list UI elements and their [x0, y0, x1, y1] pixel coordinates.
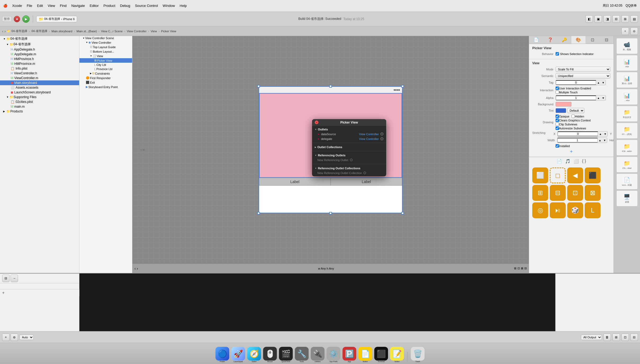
- breadcrumb-item-1[interactable]: 04-省市选择: [11, 29, 27, 33]
- delegate-connector[interactable]: [380, 137, 384, 140]
- dock-xcode-tools[interactable]: 🔧 Tools: [295, 347, 309, 362]
- mode-select[interactable]: Scale To Fill: [556, 67, 610, 72]
- layout-icon-4[interactable]: ⊟: [524, 267, 527, 270]
- obj-icon-grid[interactable]: ⊞: [532, 185, 548, 201]
- menu-editor[interactable]: Editor: [90, 4, 99, 8]
- scene-item-province-lbl[interactable]: L Province Lbl: [79, 67, 132, 71]
- nav-hmprovince-m[interactable]: M HMProvince.m: [0, 61, 79, 66]
- popup-referencing-outlets-header[interactable]: ▼ Referencing Outlets: [312, 153, 386, 158]
- add-btn[interactable]: +: [2, 334, 10, 341]
- obj-icon-play[interactable]: ⏯: [550, 202, 566, 218]
- scene-item-city-lbl[interactable]: L City Lbl: [79, 63, 132, 67]
- scene-item-constraints[interactable]: ▶ ⊟ Constraints: [79, 71, 132, 76]
- obj-icon-label[interactable]: L: [585, 202, 601, 218]
- alpha-down[interactable]: ▼: [601, 96, 606, 100]
- dock-launchpad[interactable]: 🚀 Launchpad: [231, 347, 245, 362]
- far-right-item-9[interactable]: 📄 ios1...试题: [616, 174, 638, 189]
- tint-select[interactable]: Default: [567, 108, 584, 113]
- new-ref-collection-dot[interactable]: [363, 172, 366, 174]
- nav-products[interactable]: ▶ 📁 Products: [0, 109, 79, 114]
- layout-icon-3[interactable]: ⊠: [521, 267, 523, 270]
- new-ref-outlet-dot[interactable]: [350, 159, 353, 161]
- nav-hmprovince-h[interactable]: H HMProvince.h: [0, 57, 79, 61]
- semantic-select[interactable]: Unspecified: [556, 73, 610, 79]
- far-right-item-8[interactable]: 📁 ZJL...etail: [616, 157, 638, 172]
- breadcrumb-item-2[interactable]: 04-省市选择: [31, 29, 47, 33]
- tab-identity[interactable]: 🔑: [557, 36, 571, 44]
- x-down[interactable]: ▼: [603, 132, 607, 136]
- far-right-item-3[interactable]: 📊 第13...业准: [616, 72, 638, 88]
- dock-app1[interactable]: 🅿️ App: [342, 347, 356, 362]
- menu-help[interactable]: Help: [180, 4, 187, 8]
- run-button[interactable]: ▶: [22, 15, 30, 23]
- popup-outlet-collections-header[interactable]: ▶ Outlet Collections: [312, 145, 386, 149]
- breadcrumb-item-5[interactable]: View C...r Scene: [101, 30, 123, 33]
- output-select[interactable]: All Output: [581, 335, 602, 340]
- add-constraint-btn[interactable]: +: [532, 149, 610, 154]
- dock-utilities[interactable]: 🔌 Utilities: [311, 347, 324, 362]
- menu-edit[interactable]: Edit: [37, 4, 43, 8]
- inspector-toggle[interactable]: ◨: [603, 15, 611, 23]
- nav-forward[interactable]: ›: [4, 29, 6, 33]
- installed-checkbox[interactable]: [556, 144, 559, 148]
- nav-appdelegate-m[interactable]: M AppDelegate.m: [0, 52, 79, 57]
- clip-subviews-checkbox[interactable]: [556, 122, 559, 126]
- obj-icon-3d[interactable]: 🎲: [567, 202, 583, 218]
- shows-selection-checkbox[interactable]: [556, 52, 559, 56]
- obj-lib-tab-objects[interactable]: ⬜: [573, 158, 580, 164]
- layout-toggle-2[interactable]: ⊞: [621, 15, 629, 23]
- width-down[interactable]: ▼: [602, 139, 607, 142]
- canvas-next-btn[interactable]: ›: [137, 266, 138, 271]
- console-btn-4[interactable]: ⊟: [630, 334, 638, 341]
- tab-size[interactable]: ⊡: [585, 36, 600, 44]
- scene-item-view[interactable]: ▼ ⬜ View: [79, 54, 132, 58]
- menu-product[interactable]: Product: [103, 4, 115, 8]
- stop-button[interactable]: ■: [14, 16, 20, 22]
- tab-connections[interactable]: ⊟: [600, 36, 614, 44]
- filter-btn[interactable]: ⊜: [11, 334, 18, 341]
- layout-toggle-3[interactable]: ▤: [630, 15, 638, 23]
- alpha-up[interactable]: ▲: [596, 96, 601, 100]
- breadcrumb-item-4[interactable]: Main.st...(Base): [76, 30, 97, 33]
- scene-item-viewcontroller[interactable]: ▼ ◉ View Controller: [79, 40, 132, 45]
- width-up[interactable]: ▲: [598, 139, 602, 142]
- menu-source-control[interactable]: Source Control: [135, 4, 158, 8]
- file-nav-root[interactable]: ▼ 📁 04-省市选择: [0, 36, 79, 42]
- scene-item-storyboard-entry[interactable]: ▶ Storyboard Entry Point: [79, 85, 132, 89]
- clears-graphics-checkbox[interactable]: [556, 119, 559, 122]
- far-right-item-4[interactable]: 📊 ...xlsx: [616, 89, 638, 105]
- scene-item-first-responder[interactable]: 🟠 First Responder: [79, 76, 132, 80]
- canvas-prev-btn[interactable]: ‹: [134, 266, 136, 271]
- dock-sys-prefs[interactable]: ⚙️ Sys Prefs: [327, 347, 340, 362]
- breadcrumb-item-6[interactable]: View Controller: [127, 30, 146, 33]
- autoresize-checkbox[interactable]: [556, 126, 559, 130]
- scene-item-exit[interactable]: ⬛ Exit: [79, 80, 132, 85]
- menu-debug[interactable]: Debug: [120, 4, 130, 8]
- popup-outlets-header[interactable]: ▼ Outlets: [312, 127, 386, 132]
- opaque-checkbox[interactable]: [556, 115, 559, 118]
- console-btn-3[interactable]: ⊡: [621, 334, 629, 341]
- obj-icon-list[interactable]: ⊟: [550, 185, 566, 201]
- nav-main-storyboard[interactable]: ◼ Main.storyboard: [0, 80, 79, 85]
- menu-window[interactable]: Window: [163, 4, 175, 8]
- obj-icon-view[interactable]: ⬜: [532, 167, 548, 183]
- nav-add-btn[interactable]: +: [621, 28, 629, 35]
- tag-stepper-down[interactable]: ▼: [601, 81, 606, 84]
- dock-quicktime[interactable]: 🎬 QuickTime: [279, 347, 293, 362]
- scheme-selector[interactable]: 📁 04-省市选择 › iPhone 6: [36, 16, 77, 22]
- nav-info-plist[interactable]: 📋 Info.plist: [0, 66, 79, 71]
- menu-view[interactable]: View: [48, 4, 55, 8]
- popup-ref-outlet-collections-header[interactable]: ▼ Referencing Outlet Collections: [312, 166, 386, 171]
- breadcrumb-item-8[interactable]: Picker View: [161, 30, 176, 33]
- nav-launchscreen[interactable]: ◼ LaunchScreen.storyboard: [0, 90, 79, 95]
- dock-notepads[interactable]: 📄 Notes: [358, 347, 372, 362]
- x-up[interactable]: ▲: [598, 132, 603, 136]
- auto-select[interactable]: Auto: [20, 335, 34, 340]
- tag-stepper-up[interactable]: ▲: [596, 81, 601, 84]
- obj-lib-tab-media[interactable]: 🎵: [564, 158, 571, 164]
- nav-back[interactable]: ‹: [2, 29, 3, 33]
- popup-close-btn[interactable]: ✕: [315, 121, 318, 124]
- obj-icon-grid3[interactable]: ⊠: [585, 185, 601, 201]
- obj-icon-circle[interactable]: ◎: [532, 202, 548, 218]
- console-btn-1[interactable]: 🗑: [603, 334, 611, 341]
